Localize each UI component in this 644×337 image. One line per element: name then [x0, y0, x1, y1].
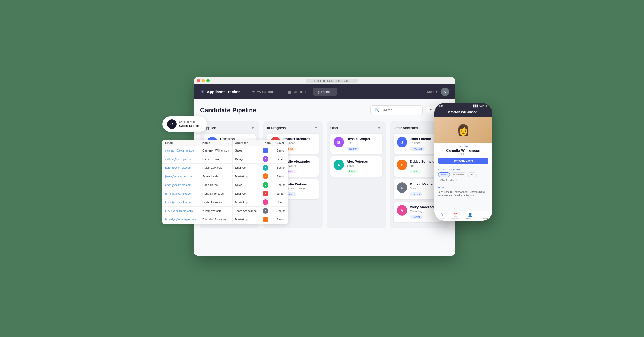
applicants-nav-icon: 👤	[468, 213, 472, 217]
sync-icon: ⟳	[167, 119, 177, 129]
cell-photo: R	[260, 164, 274, 172]
kanban-col-header: Applied +	[204, 125, 256, 131]
col-email: Email	[162, 140, 200, 146]
phone-status-pills: Applied In Progress Offer Offer Accepted	[438, 172, 488, 182]
photo-avatar: B	[263, 217, 268, 222]
col-photo: Photo	[260, 140, 274, 146]
cell-email: brooklyn@example.com	[162, 215, 200, 224]
filter-icon: ≡	[430, 108, 432, 112]
phone-nav-postings[interactable]: ⊞ Postings	[482, 213, 489, 219]
minimize-dot[interactable]	[202, 79, 205, 82]
nav-items: ✦ My Candidates ▦ Applicants ◎ Pipeline	[248, 88, 424, 96]
cell-email: jamie@example.com	[162, 172, 200, 181]
phone-back-button[interactable]: ‹	[438, 110, 439, 114]
synced-text: Synced with Glide Tables	[179, 120, 199, 128]
add-card-button[interactable]: +	[250, 125, 256, 131]
cell-name: Ronald Richards	[200, 189, 232, 198]
add-card-button[interactable]: +	[376, 125, 382, 131]
phone-info-section: INFO John is the CEO's newphew. Hecomes …	[434, 184, 492, 199]
card-info: Kristin Watson Team Assistance Senior	[283, 182, 316, 196]
card-name: Alex Peterson	[347, 160, 379, 164]
card-badge: Lead	[410, 170, 421, 173]
card-info: Ronald Richards Engineer Junior	[283, 137, 316, 151]
table-row: kristin@example.com Kristin Watson Team …	[162, 207, 288, 215]
phone-nav-applicants[interactable]: 👤 Applicants	[466, 213, 474, 219]
kanban-col-header: Offer +	[330, 125, 382, 131]
photo-avatar: E	[263, 156, 268, 162]
cell-apply: Marketing	[232, 172, 260, 181]
search-input[interactable]	[382, 108, 419, 112]
page-title: Candidate Pipeline	[200, 107, 256, 114]
maximize-dot[interactable]	[206, 79, 210, 82]
cell-email: leslie@example.com	[162, 198, 200, 207]
cell-photo: K	[260, 207, 274, 215]
info-label: INFO	[438, 187, 488, 189]
applicants-nav-label: Applicants	[466, 217, 474, 219]
schedule-nav-label: Schedule	[451, 217, 459, 219]
card-info: Bessie Cooper HR Senior	[347, 137, 379, 151]
close-dot[interactable]	[197, 79, 200, 82]
cell-level: Senior	[274, 172, 288, 181]
card-dept: Team Assistance	[283, 187, 316, 190]
card-dept: Sales	[347, 164, 379, 167]
phone-nav-pipeline[interactable]: ⬡ Pipeline	[438, 213, 444, 219]
card-avatar: B	[334, 137, 344, 147]
cell-apply: Sales	[232, 146, 260, 155]
col-name: Name	[200, 140, 232, 146]
spreadsheet-table: Email Name Apply for Photo Level cameron…	[162, 140, 288, 224]
phone-body: 👩 SENIOR Camella Williamson Sales Schedu…	[434, 117, 492, 211]
card-badge: Position	[410, 147, 425, 151]
cell-photo: R	[260, 189, 274, 198]
status-offer[interactable]: Offer	[467, 172, 477, 177]
cell-name: Jamie Lewis	[200, 172, 232, 181]
kanban-col-title: Offer Accepted	[394, 126, 418, 130]
nav-avatar[interactable]: K	[441, 88, 449, 96]
search-icon: 🔍	[374, 108, 380, 113]
photo-avatar: R	[263, 191, 268, 196]
nav-item-my-candidates[interactable]: ✦ My Candidates	[248, 88, 283, 96]
cell-name: Kristin Watson	[200, 207, 232, 215]
brand-title: Applicant Tracker	[207, 90, 240, 94]
phone-hero-placeholder: 👩	[434, 117, 492, 143]
card-name: Kristin Watson	[283, 182, 316, 186]
synced-badge: ⟳ Synced with Glide Tables	[162, 116, 207, 132]
pipeline-nav-icon: ⬡	[440, 213, 443, 217]
phone-nav-top: ‹ Cameron Williamson	[434, 108, 492, 117]
kanban-col-title: In Progress	[267, 126, 286, 130]
photo-avatar: E	[263, 182, 268, 188]
phone-profile-role: Sales	[438, 153, 488, 156]
status-applied[interactable]: Applied	[438, 172, 450, 177]
search-box[interactable]: 🔍	[370, 105, 423, 115]
cell-level: Junior	[274, 189, 288, 198]
phone-level-badge: SENIOR	[438, 146, 488, 148]
cell-level: Senior	[274, 146, 288, 155]
kanban-col-offer: Offer + B Bessie Cooper HR Senior A Alex…	[327, 121, 386, 228]
nav-item-applicants[interactable]: ▦ Applicants	[284, 88, 312, 96]
photo-avatar: R	[263, 165, 268, 171]
card-avatar: V	[397, 205, 407, 216]
col-level: Level	[274, 140, 288, 146]
col-apply: Apply for	[232, 140, 260, 146]
pipeline-icon: ◎	[317, 90, 320, 94]
schedule-event-button[interactable]: Schedule Event	[438, 158, 488, 164]
applicants-icon: ▦	[287, 90, 291, 94]
add-card-button[interactable]: +	[313, 125, 319, 131]
postings-nav-label: Postings	[482, 217, 489, 219]
kanban-col-title: Offer	[330, 126, 338, 130]
table-row: eden@example.com Eden Harris Sales E Sen…	[162, 181, 288, 189]
photo-avatar: C	[263, 148, 268, 153]
status-in-progress[interactable]: In Progress	[451, 172, 466, 177]
card-avatar: J	[397, 137, 407, 147]
table-row: jamie@example.com Jamie Lewis Marketing …	[162, 172, 288, 181]
phone-nav-schedule[interactable]: 📅 Schedule	[451, 213, 459, 219]
nav-more[interactable]: More ▾	[424, 88, 441, 96]
cell-apply: Marketing	[232, 198, 260, 207]
nav-item-pipeline[interactable]: ◎ Pipeline	[313, 88, 337, 96]
cell-photo: C	[260, 146, 274, 155]
phone-nav-title: Cameron Williamson	[447, 110, 478, 114]
cell-name: Leslie Alexander	[200, 198, 232, 207]
status-offer-accepted[interactable]: Offer Accepted	[438, 178, 457, 182]
card-dept: HR	[347, 141, 379, 144]
cell-email: ronald@example.com	[162, 189, 200, 198]
cell-photo: J	[260, 172, 274, 181]
